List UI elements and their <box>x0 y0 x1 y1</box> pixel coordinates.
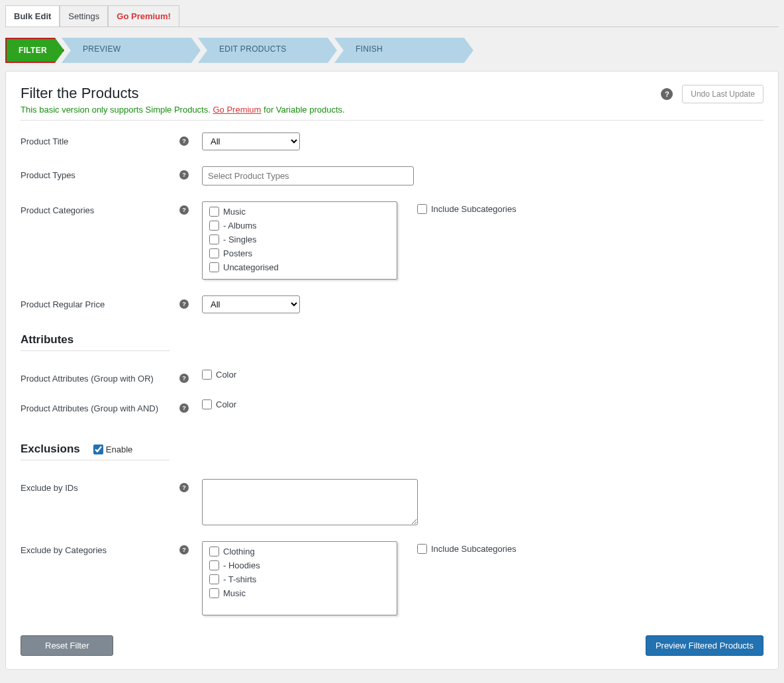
include-subcategories-checkbox[interactable] <box>417 204 427 214</box>
subtext-part1: This basic version only supports Simple … <box>21 105 213 115</box>
main-panel: Filter the Products This basic version o… <box>5 71 779 670</box>
list-item: - Singles <box>203 233 397 246</box>
step-preview[interactable]: PREVIEW <box>62 38 201 63</box>
step-filter[interactable]: FILTER <box>5 38 64 63</box>
category-checkbox[interactable] <box>209 248 219 258</box>
color-checkbox[interactable] <box>202 370 212 380</box>
list-item: - Hoodies <box>203 558 397 572</box>
preview-filtered-products-button[interactable]: Preview Filtered Products <box>646 635 763 656</box>
list-item: Uncategorised <box>203 260 397 274</box>
category-checkbox[interactable] <box>209 207 219 217</box>
exclude-ids-label: Exclude by IDs <box>21 479 179 493</box>
list-item: Music <box>203 205 397 219</box>
color-or-option[interactable]: Color <box>202 370 236 380</box>
help-icon[interactable]: ? <box>661 88 673 100</box>
subtext-part2: for Variable products. <box>261 105 344 115</box>
attributes-heading: Attributes <box>21 333 763 346</box>
help-icon[interactable]: ? <box>179 205 189 215</box>
exclusions-enable[interactable]: Enable <box>93 445 132 454</box>
color-and-option[interactable]: Color <box>202 399 236 409</box>
list-item: Music <box>203 586 397 600</box>
product-types-label: Product Types <box>21 166 179 180</box>
help-icon[interactable]: ? <box>179 136 189 146</box>
tab-go-premium[interactable]: Go Premium! <box>108 5 179 26</box>
attributes-and-label: Product Attributes (Group with AND) <box>21 399 179 413</box>
category-checkbox[interactable] <box>209 588 219 598</box>
tab-bulk-edit[interactable]: Bulk Edit <box>5 5 60 26</box>
list-item: Posters <box>203 246 397 260</box>
category-checkbox[interactable] <box>209 547 219 556</box>
help-icon[interactable]: ? <box>179 170 189 180</box>
list-item: - Albums <box>203 219 397 233</box>
product-title-select[interactable]: All <box>202 132 300 150</box>
page-title: Filter the Products <box>21 85 345 102</box>
help-icon[interactable]: ? <box>179 374 189 383</box>
help-icon[interactable]: ? <box>179 299 189 309</box>
exclude-categories-label: Exclude by Categories <box>21 541 179 555</box>
exclude-categories-list[interactable]: Clothing - Hoodies - T-shirts Music <box>202 541 397 615</box>
category-checkbox[interactable] <box>209 221 219 231</box>
product-title-label: Product Title <box>21 132 179 146</box>
help-icon[interactable]: ? <box>179 403 189 413</box>
color-checkbox[interactable] <box>202 399 212 409</box>
category-checkbox[interactable] <box>209 574 219 584</box>
help-icon[interactable]: ? <box>179 545 189 554</box>
subtext: This basic version only supports Simple … <box>21 105 345 115</box>
exclusions-heading: Exclusions <box>21 443 80 456</box>
category-checkbox[interactable] <box>209 235 219 244</box>
exclusions-enable-checkbox[interactable] <box>93 445 103 454</box>
exclude-include-subcategories[interactable]: Include Subcategories <box>417 544 516 554</box>
include-subcategories-checkbox[interactable] <box>417 544 427 554</box>
top-tabs: Bulk Edit Settings Go Premium! <box>5 5 779 27</box>
category-checkbox[interactable] <box>209 560 219 570</box>
regular-price-select[interactable]: All <box>202 295 300 313</box>
regular-price-label: Product Regular Price <box>21 295 179 309</box>
go-premium-link[interactable]: Go Premium <box>213 105 261 115</box>
category-checkbox[interactable] <box>209 262 219 272</box>
list-item: - T-shirts <box>203 572 397 586</box>
product-categories-list[interactable]: Music - Albums - Singles Posters Uncateg… <box>202 201 397 280</box>
step-edit-products[interactable]: EDIT PRODUCTS <box>198 38 337 63</box>
include-subcategories[interactable]: Include Subcategories <box>417 204 516 214</box>
product-types-input[interactable] <box>202 166 414 185</box>
list-item: Clothing <box>203 545 397 558</box>
tab-settings[interactable]: Settings <box>60 5 108 26</box>
undo-last-update-button[interactable]: Undo Last Update <box>682 85 763 103</box>
help-icon[interactable]: ? <box>179 483 189 492</box>
exclude-ids-textarea[interactable] <box>202 479 418 525</box>
reset-filter-button[interactable]: Reset Filter <box>21 635 113 656</box>
product-categories-label: Product Categories <box>21 201 179 215</box>
attributes-or-label: Product Attributes (Group with OR) <box>21 370 179 384</box>
step-finish[interactable]: FINISH <box>334 38 473 63</box>
wizard-steps: FILTER PREVIEW EDIT PRODUCTS FINISH <box>5 38 779 63</box>
